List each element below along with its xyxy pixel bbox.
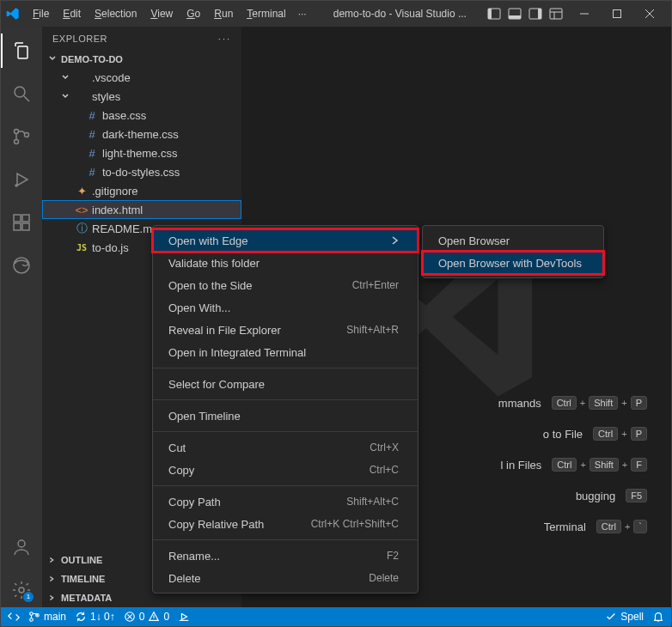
svg-rect-22	[22, 215, 29, 222]
file-item[interactable]: #base.css	[42, 106, 241, 125]
submenu-item[interactable]: Open Browser with DevTools	[423, 252, 603, 274]
svg-point-24	[18, 540, 25, 547]
menu-overflow[interactable]: ···	[292, 4, 313, 23]
panel-right-icon[interactable]	[528, 7, 542, 21]
menu-selection[interactable]: Selection	[89, 4, 143, 23]
root-label: DEMO-TO-DO	[61, 54, 123, 64]
status-remote[interactable]	[8, 611, 20, 623]
menu-item[interactable]: DeleteDelete	[153, 567, 418, 589]
folder-root[interactable]: DEMO-TO-DO	[42, 51, 241, 68]
layout-icon[interactable]	[549, 7, 563, 21]
panel-bottom-icon[interactable]	[508, 7, 522, 21]
menu-item[interactable]: Reveal in File ExplorerShift+Alt+R	[153, 319, 418, 341]
menu-edit[interactable]: Edit	[57, 4, 87, 23]
svg-rect-3	[509, 15, 521, 19]
welcome-row: o to FileCtrl+P	[498, 427, 647, 441]
welcome-label: mmands	[498, 397, 541, 410]
menu-terminal[interactable]: Terminal	[241, 4, 291, 23]
status-branch[interactable]: main	[28, 611, 66, 623]
status-debug[interactable]	[178, 611, 190, 623]
menu-item[interactable]: Copy PathShift+Alt+C	[153, 490, 418, 513]
file-item[interactable]: #to-do-styles.css	[42, 162, 241, 181]
item-label: .gitignore	[92, 185, 241, 198]
status-notifications[interactable]	[652, 611, 664, 623]
explorer-more-icon[interactable]: ···	[218, 33, 231, 44]
menu-item[interactable]: Validate this folder	[153, 252, 418, 274]
menu-item-label: Select for Compare	[168, 378, 265, 391]
menu-item[interactable]: Open With...	[153, 296, 418, 319]
menu-item-label: Copy Relative Path	[168, 518, 264, 531]
folder-item[interactable]: styles	[42, 87, 241, 106]
menu-item[interactable]: Open to the SideCtrl+Enter	[153, 274, 418, 296]
menu-separator	[153, 431, 418, 432]
menu-file[interactable]: File	[27, 4, 55, 23]
activity-explorer[interactable]	[1, 33, 42, 68]
menu-item[interactable]: Copy Relative PathCtrl+K Ctrl+Shift+C	[153, 513, 418, 535]
item-label: styles	[92, 90, 241, 103]
activity-extensions[interactable]	[1, 205, 42, 240]
vscode-logo-icon	[6, 7, 20, 21]
menu-separator	[153, 399, 418, 400]
menu-item-label: Open Browser with DevTools	[438, 257, 582, 270]
close-button[interactable]	[633, 1, 666, 27]
welcome-row: buggingF5	[498, 489, 647, 502]
menu-item-label: Open with Edge	[168, 234, 248, 247]
svg-point-15	[15, 130, 19, 134]
activity-settings[interactable]: 1	[1, 573, 42, 607]
menu-run[interactable]: Run	[208, 4, 239, 23]
folder-item[interactable]: .vscode	[42, 68, 241, 87]
item-label: light-theme.css	[102, 147, 241, 160]
svg-rect-1	[488, 9, 492, 19]
menu-item-label: Open Timeline	[168, 410, 241, 423]
svg-rect-5	[538, 9, 541, 19]
status-sync[interactable]: 1↓ 0↑	[75, 611, 115, 623]
menu-item-label: Open With...	[168, 301, 230, 314]
menu-item-label: Open Browser	[438, 234, 510, 247]
menu-item-label: Delete	[168, 572, 201, 585]
menu-bar: FileEditSelectionViewGoRunTerminal	[27, 4, 292, 23]
keybinding: F5	[626, 489, 647, 502]
welcome-label: Terminal	[544, 520, 586, 533]
menu-item[interactable]: CopyCtrl+C	[153, 459, 418, 481]
welcome-row: mmandsCtrl+Shift+P	[498, 396, 647, 410]
menu-item-label: Open to the Side	[168, 279, 253, 292]
svg-point-26	[30, 612, 34, 616]
activity-accounts[interactable]	[1, 530, 42, 564]
activity-search[interactable]	[1, 76, 42, 111]
svg-point-25	[19, 587, 24, 593]
keybinding: Ctrl+Shift+F	[552, 458, 647, 472]
activity-edge[interactable]	[1, 248, 42, 283]
menu-item[interactable]: Select for Compare	[153, 373, 418, 395]
maximize-button[interactable]	[601, 1, 633, 27]
keybinding: Ctrl+`	[596, 520, 647, 533]
window-controls	[568, 1, 666, 27]
svg-rect-21	[22, 223, 29, 230]
activity-bar: 1	[1, 27, 42, 607]
activity-source-control[interactable]	[1, 119, 42, 154]
menu-go[interactable]: Go	[180, 4, 206, 23]
status-spell[interactable]: Spell	[605, 611, 644, 623]
menu-item[interactable]: Open with Edge	[153, 229, 418, 252]
file-item[interactable]: ✦.gitignore	[42, 181, 241, 200]
svg-point-16	[15, 140, 19, 144]
menu-item[interactable]: CutCtrl+X	[153, 436, 418, 459]
menu-item-label: Cut	[168, 441, 186, 454]
file-item[interactable]: #dark-theme.css	[42, 125, 241, 143]
item-label: index.html	[92, 204, 241, 216]
menu-item[interactable]: Open in Integrated Terminal	[153, 341, 418, 363]
status-problems[interactable]: 0 0	[124, 611, 169, 623]
activity-run-debug[interactable]	[1, 162, 42, 197]
minimize-button[interactable]	[568, 1, 601, 27]
submenu-item[interactable]: Open Browser	[423, 229, 603, 252]
menu-item-label: Rename...	[168, 550, 220, 563]
file-item[interactable]: <>index.html	[42, 200, 241, 219]
menu-item[interactable]: Rename...F2	[153, 545, 418, 567]
menu-item[interactable]: Open Timeline	[153, 405, 418, 427]
panel-left-icon[interactable]	[487, 7, 501, 21]
file-item[interactable]: #light-theme.css	[42, 143, 241, 162]
welcome-label: l in Files	[501, 459, 542, 472]
item-label: to-do-styles.css	[102, 166, 241, 179]
svg-rect-6	[550, 9, 562, 19]
shortcut: Ctrl+C	[370, 464, 399, 476]
menu-view[interactable]: View	[144, 4, 179, 23]
